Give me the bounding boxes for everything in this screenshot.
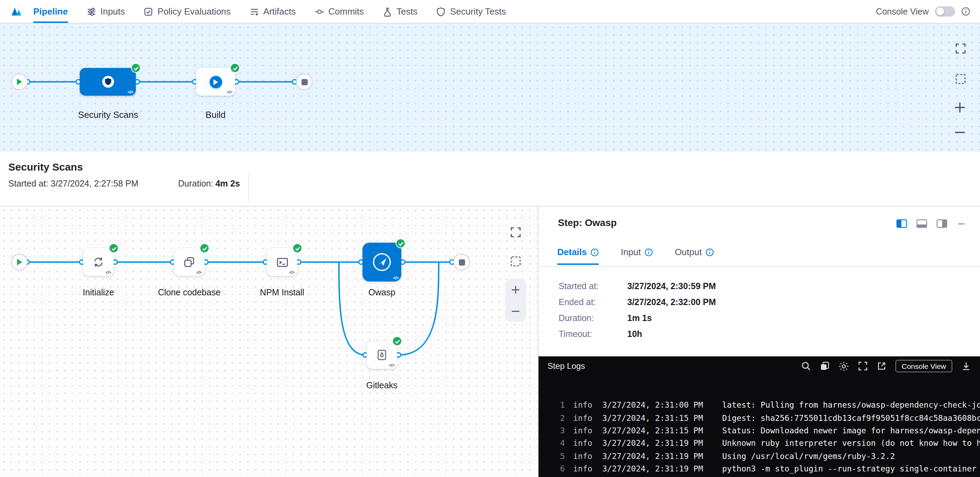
log-timestamp: 3/27/2024, 2:31:19 PM — [602, 439, 706, 448]
tab-tests[interactable]: Tests — [383, 0, 418, 23]
summary-divider — [248, 174, 249, 202]
log-timestamp: 3/27/2024, 2:31:19 PM — [602, 451, 706, 461]
log-message: Using /usr/local/rvm/gems/ruby-3.2.2 — [722, 451, 980, 461]
tab-security-tests[interactable]: Security Tests — [436, 0, 506, 23]
panel-layout-controls — [896, 219, 966, 231]
code-step-glyph: </> — [289, 270, 294, 274]
owasp-plane-icon — [371, 252, 392, 273]
step-node-owasp[interactable]: </> — [363, 242, 401, 281]
step-node-gitleaks[interactable]: </> — [367, 341, 397, 369]
stage-duration-value: 4m 2s — [215, 179, 240, 188]
tab-input[interactable]: Input — [620, 247, 652, 265]
toggle-knob — [936, 8, 944, 15]
canvas-expand-button[interactable] — [955, 43, 966, 54]
log-line-number: 4 — [547, 439, 565, 448]
layout-split-view-icon[interactable] — [896, 219, 907, 231]
log-timestamp: 3/27/2024, 2:31:15 PM — [602, 413, 706, 423]
detail-label: Duration: — [558, 313, 627, 323]
stage-label[interactable]: Security Scans — [78, 110, 138, 120]
logs-settings-icon[interactable] — [838, 361, 849, 371]
exec-canvas-expand-button[interactable] — [510, 227, 521, 238]
logs-expand-icon[interactable] — [858, 361, 868, 371]
log-timestamp: 3/27/2024, 2:31:00 PM — [602, 400, 706, 410]
log-line: 6info3/27/2024, 2:31:19 PMpython3 -m sto… — [547, 463, 980, 475]
tab-policy-evaluations[interactable]: Policy Evaluations — [144, 0, 231, 23]
tab-security-tests-label: Security Tests — [450, 6, 506, 17]
log-message: python3 -m sto_plugin --run-strategy sin… — [722, 464, 980, 474]
logs-download-icon[interactable] — [961, 361, 971, 371]
logs-console-view-button[interactable]: Console View — [896, 360, 952, 372]
exec-canvas-select-button[interactable] — [510, 256, 521, 267]
execution-graph-canvas[interactable]: </> Initialize </> Clone codebase </> NP… — [0, 207, 539, 477]
exec-zoom-in-button[interactable] — [511, 285, 520, 294]
tab-inputs[interactable]: Inputs — [87, 0, 125, 23]
shield-icon — [436, 6, 446, 16]
stage-start-node[interactable] — [11, 254, 28, 270]
detail-value: 1m 1s — [627, 313, 716, 323]
log-line-number: 6 — [547, 464, 565, 474]
exec-zoom-out-button[interactable] — [511, 306, 520, 316]
stage-node-security-scans[interactable]: </> — [80, 68, 136, 96]
pipeline-graph-canvas[interactable]: </> Security Scans </> Build — [0, 24, 980, 152]
layout-bottom-view-icon[interactable] — [916, 219, 928, 231]
tab-details[interactable]: Details — [557, 247, 598, 265]
step-node-npm-install[interactable]: </> — [267, 248, 298, 276]
step-node-initialize[interactable]: </> — [83, 248, 114, 276]
flask-icon — [383, 6, 392, 16]
terminal-icon — [275, 255, 289, 269]
stage-node-build[interactable]: </> — [196, 68, 235, 96]
input-info-icon[interactable] — [644, 248, 652, 256]
canvas-select-button[interactable] — [955, 73, 966, 85]
stage-summary-bar: Security Scans Started at: 3/27/2024, 2:… — [0, 152, 980, 207]
log-line: 4info3/27/2024, 2:31:19 PMUnknown ruby i… — [547, 437, 980, 450]
log-line-number: 2 — [547, 413, 565, 423]
output-info-icon[interactable] — [705, 248, 714, 256]
info-icon[interactable] — [961, 7, 970, 16]
pipeline-start-node[interactable] — [11, 73, 28, 90]
step-label[interactable]: Clone codebase — [158, 288, 221, 297]
stage-duration: Duration:4m 2s — [178, 179, 240, 188]
log-timestamp: 3/27/2024, 2:31:19 PM — [602, 464, 706, 474]
step-panel-title: Step: Owasp — [558, 217, 617, 228]
step-label[interactable]: Gitleaks — [366, 381, 398, 390]
logs-open-in-new-icon[interactable] — [877, 361, 886, 371]
stage-end-node[interactable] — [453, 254, 470, 270]
layout-right-view-icon[interactable] — [936, 219, 947, 231]
tab-input-label: Input — [620, 247, 641, 257]
code-step-glyph: </> — [105, 270, 111, 274]
panel-minimize-icon[interactable] — [956, 219, 966, 231]
success-badge — [200, 243, 209, 253]
logs-search-icon[interactable] — [801, 361, 811, 371]
console-view-toggle[interactable] — [935, 6, 955, 17]
tab-output[interactable]: Output — [675, 247, 714, 265]
step-label[interactable]: Initialize — [83, 288, 114, 297]
tabs-divider — [539, 266, 980, 267]
stop-icon — [301, 79, 307, 85]
tab-pipeline[interactable]: Pipeline — [33, 0, 68, 23]
canvas-zoom-out-button[interactable] — [954, 126, 966, 139]
detail-label: Started at: — [558, 281, 627, 291]
tab-inputs-label: Inputs — [100, 6, 125, 17]
step-label[interactable]: NPM Install — [260, 288, 304, 297]
logs-copy-icon[interactable] — [820, 361, 830, 371]
step-logs-header: Step Logs Console View — [539, 356, 980, 376]
step-label[interactable]: Owasp — [368, 288, 395, 297]
canvas-zoom-in-button[interactable] — [954, 101, 966, 114]
tab-artifacts[interactable]: Artifacts — [250, 0, 296, 23]
log-level: info — [573, 400, 595, 410]
log-timestamp: 3/27/2024, 2:31:15 PM — [602, 426, 706, 436]
details-info-icon[interactable] — [590, 248, 598, 256]
pipeline-end-node[interactable] — [296, 73, 313, 90]
artifacts-list-icon — [250, 6, 259, 16]
log-message: latest: Pulling from harness/owasp-depen… — [722, 400, 980, 410]
step-node-clone-codebase[interactable]: </> — [174, 248, 204, 276]
log-line: 5info3/27/2024, 2:31:19 PMUsing /usr/loc… — [547, 450, 980, 463]
tab-commits[interactable]: Commits — [315, 0, 364, 23]
step-connectors — [0, 207, 539, 477]
step-logs-panel: Step Logs Console View 1info3/27/2024, 2… — [539, 356, 980, 477]
stage-summary-title: Security Scans — [8, 161, 83, 172]
success-badge — [396, 238, 406, 248]
log-level: info — [573, 426, 595, 436]
tab-tests-label: Tests — [396, 6, 418, 17]
stage-label[interactable]: Build — [205, 110, 226, 120]
